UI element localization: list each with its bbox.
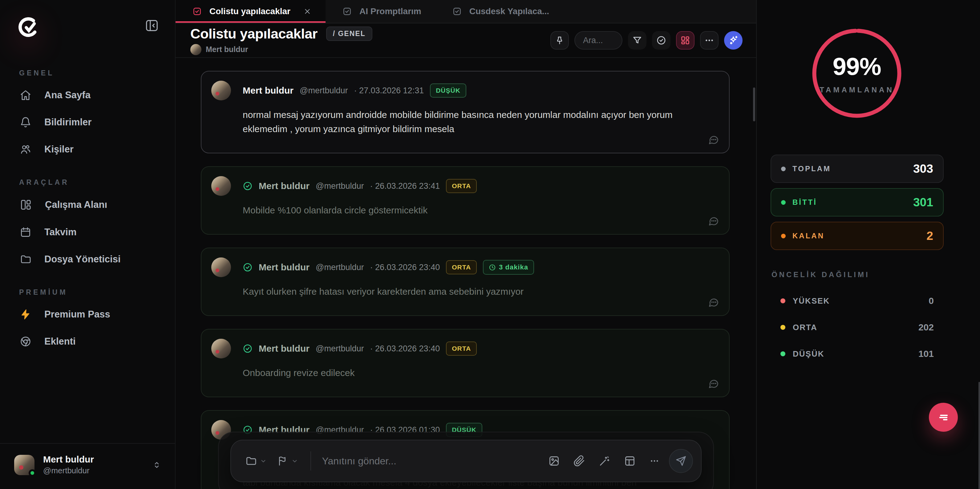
pin-icon (555, 35, 565, 45)
ai-assistant-button[interactable] (724, 31, 743, 49)
tab-colistu-yapilacaklar[interactable]: Colistu yapılacaklar (175, 0, 326, 23)
divider (310, 451, 311, 470)
sidebar-item-bildirimler[interactable]: Bildirimler (0, 109, 175, 136)
completed-check-icon (243, 262, 253, 272)
message-card[interactable]: Mert buldur @mertbuldur · 26.03.2026 23:… (201, 166, 730, 235)
sidebar-item-premium-pass[interactable]: Premium Pass (0, 301, 175, 328)
tab-ai-promptlarim[interactable]: AI Promptlarım (326, 0, 436, 23)
search-box[interactable] (574, 31, 622, 49)
sidebar-item-label: Premium Pass (45, 309, 110, 320)
users-icon (20, 143, 32, 155)
sidebar-item-takvim[interactable]: Takvim (0, 219, 175, 246)
avatar (211, 176, 231, 196)
user-name: Mert buldur (43, 454, 94, 465)
paperclip-icon (573, 455, 585, 467)
online-status-dot (29, 469, 36, 477)
message-text: Mobilde %100 olanlarda circle göstermice… (243, 203, 718, 218)
user-menu[interactable]: Mert buldur @mertbuldur (0, 443, 175, 489)
attach-image-button[interactable] (548, 455, 560, 467)
filter-button[interactable] (628, 31, 646, 49)
workspace-panels-icon (20, 198, 32, 211)
checkbox-icon (192, 6, 202, 16)
dot-icon (780, 325, 785, 330)
filter-lines-icon (937, 411, 950, 424)
folder-icon (20, 253, 32, 265)
attach-file-button[interactable] (573, 455, 585, 467)
sidebar-item-calisma-alani[interactable]: Çalışma Alanı (0, 191, 175, 219)
close-icon[interactable] (303, 7, 311, 15)
sidebar: GENEL Ana Sayfa Bildirimler (0, 0, 175, 489)
message-date: · 27.03.2026 12:31 (354, 86, 424, 95)
tab-label: AI Promptlarım (360, 6, 421, 16)
avatar (211, 257, 231, 277)
search-input[interactable] (583, 36, 614, 45)
message-card[interactable]: Mert buldur @mertbuldur · 26.03.2026 23:… (201, 329, 730, 397)
dot-icon (780, 351, 785, 356)
main-content: Colistu yapılacaklar AI Promptlarım Cusd… (175, 0, 756, 489)
stats-panel: 99% TAMAMLANAN TOPLAM 303 BİTTİ 301 KALA… (756, 0, 980, 489)
channel-header: Colistu yapılacaklar / GENEL Mert buldur (175, 24, 756, 58)
sidebar-item-kisiler[interactable]: Kişiler (0, 136, 175, 163)
message-date: · 26.03.2026 23:40 (370, 344, 440, 354)
sidebar-nav: GENEL Ana Sayfa Bildirimler (0, 69, 175, 355)
comment-icon[interactable] (708, 297, 719, 308)
magic-wand-icon (599, 455, 611, 467)
message-text: normal mesaj yazıyorum androidde mobilde… (243, 108, 718, 136)
message-handle: @mertbuldur (316, 344, 364, 354)
reply-input[interactable] (322, 456, 542, 467)
priority-row-yuksek: YÜKSEK 0 (771, 287, 943, 314)
checkbox-icon (452, 6, 462, 16)
sidebar-item-eklenti[interactable]: Eklenti (0, 328, 175, 355)
comment-icon[interactable] (708, 216, 719, 227)
message-text: Kayıt olurken şifre hatası veriyor karek… (243, 284, 718, 299)
message-list[interactable]: Mert buldur @mertbuldur · 27.03.2026 12:… (175, 58, 756, 489)
avatar (211, 81, 231, 100)
table-button[interactable] (624, 455, 636, 467)
more-actions-button[interactable] (649, 456, 660, 466)
sidebar-item-label: Eklenti (45, 336, 76, 347)
sidebar-section-premium: PREMİUM (0, 288, 175, 297)
sidebar-item-ana-sayfa[interactable]: Ana Sayfa (0, 82, 175, 109)
completion-label: TAMAMLANAN (819, 86, 894, 94)
priority-distribution-heading: ÖNCELİK DAĞILIMI (772, 270, 980, 279)
sidebar-item-dosya-yoneticisi[interactable]: Dosya Yöneticisi (0, 246, 175, 273)
message-text: Onboarding revize edilecek (243, 366, 718, 380)
message-card[interactable]: Mert buldur @mertbuldur · 27.03.2026 12:… (201, 71, 730, 153)
sidebar-collapse-icon[interactable] (145, 19, 159, 33)
reply-composer[interactable] (231, 440, 702, 482)
home-icon (20, 89, 32, 101)
comment-icon[interactable] (708, 134, 719, 145)
message-card[interactable]: Mert buldur @mertbuldur · 26.03.2026 23:… (201, 248, 730, 316)
comment-icon[interactable] (708, 378, 719, 389)
category-select[interactable] (245, 455, 267, 467)
dot-icon (780, 298, 785, 303)
message-date: · 26.03.2026 23:40 (370, 263, 440, 272)
user-avatar (14, 455, 35, 475)
dot-icon (781, 200, 786, 205)
ai-write-button[interactable] (599, 455, 611, 467)
completed-filter-button[interactable] (652, 31, 670, 49)
window-scrollbar[interactable] (978, 382, 980, 489)
priority-rows: YÜKSEK 0 ORTA 202 DÜŞÜK 101 (771, 287, 943, 367)
sidebar-item-label: Takvim (45, 227, 77, 238)
filter-list-fab[interactable] (929, 403, 958, 432)
sidebar-item-label: Ana Sayfa (45, 90, 91, 101)
stat-bitti: BİTTİ 301 (771, 188, 943, 216)
priority-select[interactable] (277, 456, 298, 467)
stat-kalan: KALAN 2 (771, 222, 943, 250)
tab-label: Colistu yapılacaklar (209, 6, 290, 16)
pin-button[interactable] (550, 31, 569, 49)
avatar (190, 44, 201, 55)
priority-badge: ORTA (446, 341, 477, 356)
priority-row-orta: ORTA 202 (771, 314, 943, 341)
message-handle: @mertbuldur (316, 263, 364, 272)
more-options-button[interactable] (700, 31, 719, 49)
chrome-icon (20, 336, 32, 347)
tab-cusdesk-yapilacaklar[interactable]: Cusdesk Yapılaca... (436, 0, 563, 23)
send-button[interactable] (669, 449, 693, 473)
sidebar-item-label: Çalışma Alanı (45, 199, 107, 210)
completed-check-icon (243, 181, 253, 191)
scrollbar-thumb[interactable] (753, 87, 755, 121)
chevrons-up-down-icon (152, 460, 161, 470)
board-view-button[interactable] (676, 31, 695, 49)
